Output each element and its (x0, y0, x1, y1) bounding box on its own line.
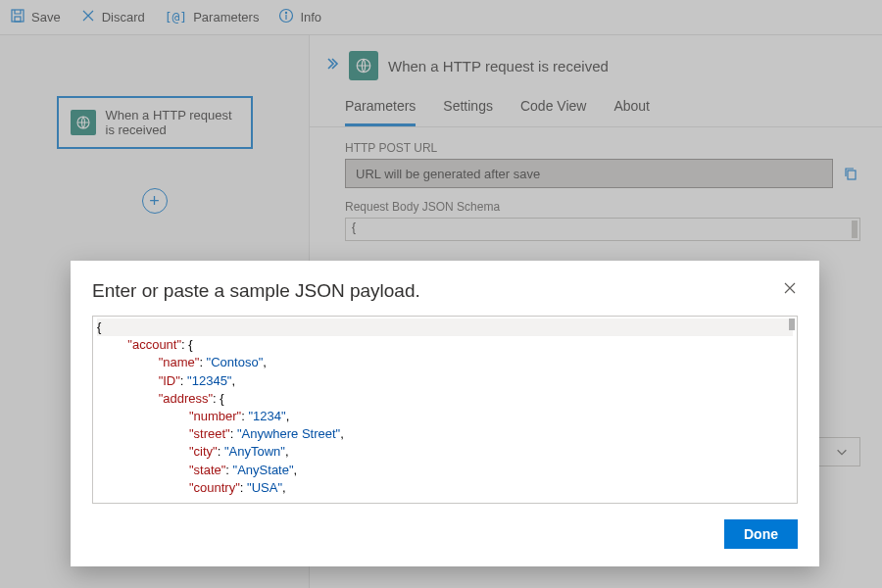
json-payload-textarea[interactable]: { "account": { "name": "Contoso", "ID": … (92, 316, 798, 504)
sample-json-dialog: Enter or paste a sample JSON payload. { … (71, 261, 819, 566)
done-button[interactable]: Done (724, 519, 798, 549)
scrollbar-thumb[interactable] (789, 318, 795, 330)
dialog-title: Enter or paste a sample JSON payload. (92, 280, 798, 302)
dialog-close-button[interactable] (782, 280, 800, 298)
